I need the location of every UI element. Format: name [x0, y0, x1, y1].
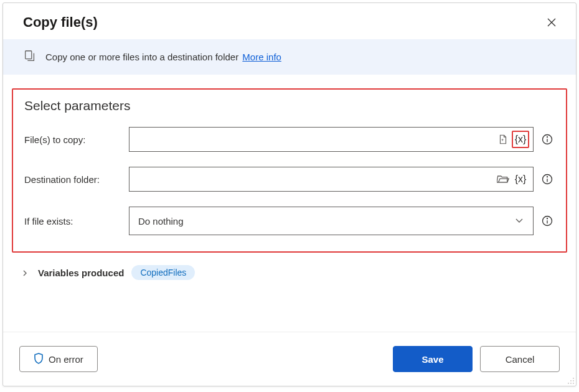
if-file-exists-select[interactable]: Do nothing: [129, 207, 534, 235]
info-icon-destination[interactable]: [540, 172, 555, 187]
svg-point-15: [573, 383, 574, 384]
chevron-down-icon: [514, 215, 524, 227]
info-banner: Copy one or more files into a destinatio…: [3, 39, 576, 75]
field-label-exists: If file exists:: [24, 216, 129, 226]
section-heading: Select parameters: [24, 98, 555, 113]
folder-picker-icon[interactable]: [494, 170, 512, 188]
banner-text-content: Copy one or more files into a destinatio…: [45, 52, 238, 62]
save-button[interactable]: Save: [393, 346, 473, 372]
banner-text: Copy one or more files into a destinatio…: [45, 52, 281, 62]
variables-produced-label: Variables produced: [38, 268, 124, 278]
variable-chip-copiedfiles[interactable]: CopiedFiles: [131, 265, 195, 280]
svg-point-13: [568, 383, 569, 384]
files-to-copy-input[interactable]: [137, 134, 494, 146]
svg-point-9: [547, 218, 548, 219]
shield-icon: [34, 353, 44, 366]
title-bar: Copy file(s): [3, 3, 576, 39]
svg-point-14: [570, 383, 572, 384]
dialog-footer: On error Save Cancel: [3, 332, 576, 386]
file-picker-icon[interactable]: [494, 131, 512, 148]
insert-variable-button-destination[interactable]: {x}: [512, 170, 529, 188]
more-info-link[interactable]: More info: [242, 52, 281, 62]
copy-files-dialog: Copy file(s) Copy one or more files into…: [2, 2, 577, 386]
close-button[interactable]: [544, 14, 560, 30]
close-icon: [547, 17, 557, 27]
select-value-exists: Do nothing: [138, 216, 184, 226]
field-control-exists: Do nothing: [129, 207, 555, 235]
field-files-to-copy: File(s) to copy: {x}: [24, 127, 555, 152]
insert-variable-button-files[interactable]: {x}: [512, 131, 529, 148]
field-label-files: File(s) to copy:: [24, 134, 129, 145]
svg-rect-0: [26, 51, 32, 59]
files-input-wrap: {x}: [129, 127, 534, 152]
on-error-label: On error: [49, 354, 83, 365]
svg-point-11: [570, 380, 572, 381]
field-if-file-exists: If file exists: Do nothing: [24, 207, 555, 235]
destination-input-wrap: {x}: [129, 167, 534, 192]
variables-produced-row[interactable]: Variables produced CopiedFiles: [3, 260, 576, 280]
field-destination-folder: Destination folder: {x}: [24, 167, 555, 192]
info-icon-files[interactable]: [540, 132, 555, 147]
copy-icon: [23, 49, 37, 65]
destination-folder-input[interactable]: [137, 174, 494, 185]
svg-point-12: [573, 380, 574, 381]
parameters-section: Select parameters File(s) to copy: {x}: [12, 88, 567, 253]
chevron-right-icon: [22, 268, 31, 278]
on-error-button[interactable]: On error: [19, 346, 98, 372]
cancel-button[interactable]: Cancel: [480, 346, 560, 372]
field-label-destination: Destination folder:: [24, 174, 129, 185]
resize-grip-icon[interactable]: [566, 376, 575, 385]
dialog-title: Copy file(s): [23, 14, 98, 30]
field-control-destination: {x}: [129, 167, 555, 192]
svg-point-6: [547, 177, 548, 177]
svg-point-3: [547, 137, 548, 138]
field-control-files: {x}: [129, 127, 555, 152]
info-icon-exists[interactable]: [540, 213, 555, 228]
svg-point-10: [573, 378, 574, 379]
